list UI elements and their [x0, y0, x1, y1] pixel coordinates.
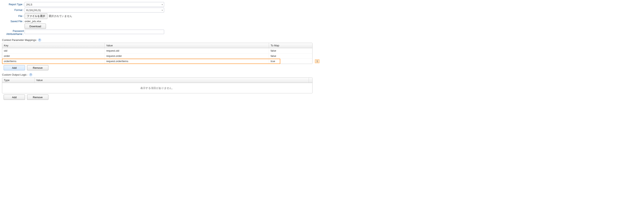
table-row[interactable]: order request.order false: [2, 54, 312, 59]
file-choose-button[interactable]: ファイルを選択: [24, 13, 48, 19]
help-icon[interactable]: ?: [38, 38, 41, 42]
col-header-value[interactable]: Value: [105, 43, 269, 48]
cell-tomap[interactable]: false: [269, 48, 312, 54]
table-row[interactable]: orderItems request.orderItems true: [2, 59, 312, 64]
chevron-down-icon: ▾: [162, 4, 163, 6]
help-icon[interactable]: ?: [29, 73, 32, 76]
context-param-table: Key Value To Map oid request.oid false o…: [2, 43, 312, 64]
password-attr-label: Password AttributeName :: [2, 30, 24, 36]
col-header-value[interactable]: Value: [34, 78, 309, 83]
col-header-tomap[interactable]: To Map: [269, 43, 312, 48]
col-toggle[interactable]: [309, 78, 312, 83]
custom-output-table: Type Value 表示する項目がありません。: [2, 78, 312, 93]
download-button[interactable]: Download: [24, 24, 46, 29]
cell-value[interactable]: request.order: [105, 54, 269, 59]
empty-message: 表示する項目がありません。: [2, 83, 312, 93]
cell-key[interactable]: order: [2, 54, 105, 59]
saved-file-label: Saved File :: [2, 20, 24, 23]
format-value: XLSX(JXLS): [26, 9, 41, 12]
custom-remove-button[interactable]: Remove: [27, 94, 48, 100]
highlight-badge: 1: [315, 60, 320, 63]
cell-key[interactable]: orderItems: [2, 59, 105, 64]
report-type-select[interactable]: JXLS ▾: [24, 2, 164, 7]
file-label: File :: [2, 15, 24, 18]
context-remove-button[interactable]: Remove: [27, 65, 48, 70]
password-attr-input[interactable]: [24, 30, 164, 34]
cell-tomap[interactable]: false: [269, 54, 312, 59]
cell-tomap[interactable]: true: [269, 59, 312, 64]
format-select[interactable]: XLSX(JXLS) ▾: [24, 8, 164, 12]
chevron-down-icon: ▾: [162, 9, 163, 11]
cell-value[interactable]: request.oid: [105, 48, 269, 54]
custom-add-button[interactable]: Add: [4, 94, 25, 100]
col-header-key[interactable]: Key: [2, 43, 105, 48]
format-label: Format :: [2, 9, 24, 12]
cell-key[interactable]: oid: [2, 48, 105, 54]
report-type-value: JXLS: [26, 3, 32, 6]
col-header-type[interactable]: Type: [2, 78, 34, 83]
context-param-section-label: Context Parameter Mappings:: [2, 38, 37, 42]
cell-value[interactable]: request.orderItems: [105, 59, 269, 64]
saved-file-value: order_jxls.xlsx: [24, 20, 41, 23]
context-add-button[interactable]: Add: [4, 65, 25, 70]
table-row[interactable]: oid request.oid false: [2, 48, 312, 54]
file-status-text: 選択されていません: [48, 14, 72, 18]
report-type-label: Report Type :: [2, 3, 24, 6]
custom-output-section-label: Custom Output Logic :: [2, 73, 28, 76]
